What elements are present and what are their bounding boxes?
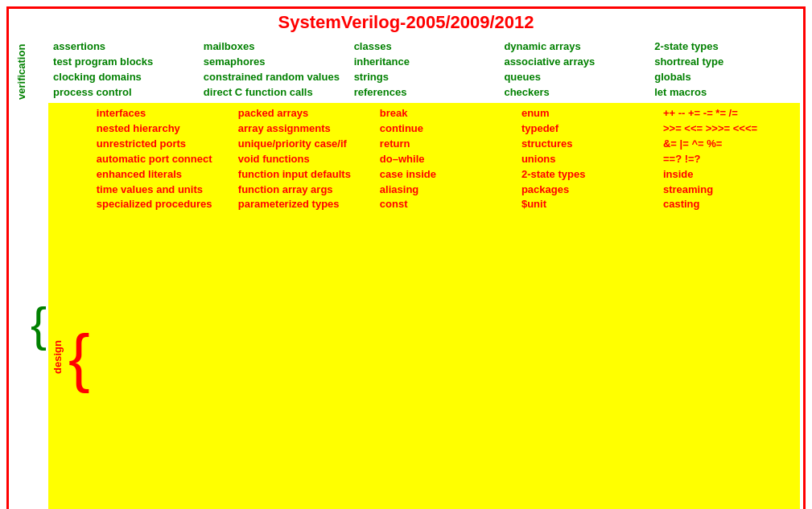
design-col-2: packed arrays array assignments unique/p…: [233, 105, 375, 509]
d-item: const: [380, 197, 512, 212]
d-item: function array args: [238, 183, 370, 198]
v-item: references: [354, 85, 495, 101]
v-item: shortreal type: [654, 55, 795, 70]
sv-box: SystemVerilog-2005/2009/2012 verificatio…: [6, 6, 806, 509]
d-item: streaming: [663, 183, 795, 198]
design-col-5: ++ -- += -= *= /= >>= <<= >>>= <<<= &= |…: [658, 105, 800, 509]
v-item: checkers: [504, 85, 645, 101]
d-item: unique/priority case/if: [238, 137, 370, 152]
d-item: void functions: [238, 152, 370, 167]
v-item: strings: [354, 70, 495, 85]
v-item: associative arrays: [504, 55, 645, 70]
d-item: ++ -- += -= *= /=: [663, 106, 795, 121]
d-item: aliasing: [380, 183, 512, 198]
d-item: do–while: [380, 152, 512, 167]
d-item: specialized procedures: [97, 197, 229, 212]
d-item: interfaces: [97, 106, 229, 121]
verification-col-4: dynamic arrays associative arrays queues…: [499, 38, 649, 101]
v-item: mailboxes: [204, 39, 344, 55]
d-item: parameterized types: [238, 197, 370, 212]
d-item: function input defaults: [238, 167, 370, 183]
v-item: let macros: [654, 85, 795, 101]
d-item: 2-state types: [521, 167, 653, 183]
d-item: typedef: [521, 121, 653, 137]
d-item: return: [380, 137, 512, 152]
verification-col-1: assertions test program blocks clocking …: [48, 38, 199, 101]
d-item: structures: [521, 137, 653, 152]
v-item: assertions: [53, 39, 194, 55]
d-item: packed arrays: [238, 106, 370, 121]
verification-col-3: classes inheritance strings references: [349, 38, 500, 101]
v-item: inheritance: [354, 55, 495, 70]
verification-label: verification: [12, 39, 31, 104]
d-item: unrestricted ports: [97, 137, 229, 152]
v-item: dynamic arrays: [504, 39, 645, 55]
d-item: nested hierarchy: [97, 121, 229, 137]
v-item: process control: [53, 85, 194, 101]
v-item: test program blocks: [53, 55, 194, 70]
v-item: globals: [654, 70, 795, 85]
sv-title: SystemVerilog-2005/2009/2012: [12, 12, 800, 33]
d-item: automatic port connect: [97, 152, 229, 167]
design-col-4: enum typedef structures unions 2-state t…: [517, 105, 658, 509]
verification-col-2: mailboxes semaphores constrained random …: [199, 38, 349, 101]
d-item: unions: [521, 152, 653, 167]
d-item: continue: [380, 121, 512, 137]
v-item: 2-state types: [654, 39, 795, 55]
design-label: design: [48, 103, 67, 509]
d-item: ==? !=?: [663, 152, 795, 167]
verification-col-5: 2-state types shortreal type globals let…: [649, 38, 800, 101]
d-item: &= |= ^= %=: [663, 137, 795, 152]
design-col-3: break continue return do–while case insi…: [375, 105, 517, 509]
d-item: inside: [663, 167, 795, 183]
v-item: constrained random values: [204, 70, 344, 85]
d-item: break: [380, 106, 512, 121]
d-item: enum: [521, 106, 653, 121]
d-item: case inside: [380, 167, 512, 183]
design-col-1: interfaces nested hierarchy unrestricted…: [92, 105, 233, 509]
main-container: SystemVerilog-2005/2009/2012 verificatio…: [0, 0, 812, 509]
v-item: direct C function calls: [204, 85, 344, 101]
d-item: time values and units: [97, 183, 229, 198]
d-item: array assignments: [238, 121, 370, 137]
v-item: semaphores: [204, 55, 344, 70]
v-item: clocking domains: [53, 70, 194, 85]
design-content: interfaces nested hierarchy unrestricted…: [92, 103, 800, 509]
d-item: packages: [521, 183, 653, 198]
d-item: casting: [663, 197, 795, 212]
d-item: >>= <<= >>>= <<<=: [663, 121, 795, 137]
design-brace: {: [68, 330, 90, 385]
verification-content: assertions test program blocks clocking …: [48, 36, 800, 103]
v-item: classes: [354, 39, 495, 55]
d-item: enhanced literals: [97, 167, 229, 183]
v-item: queues: [504, 70, 645, 85]
d-item: $unit: [521, 197, 653, 212]
verification-brace: {: [31, 304, 47, 345]
